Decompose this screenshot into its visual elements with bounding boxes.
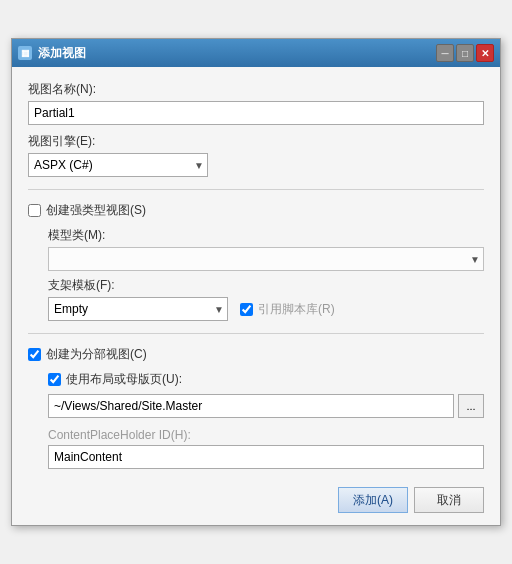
maximize-button[interactable]: □ (456, 44, 474, 62)
model-type-select-wrapper: ▼ (48, 247, 484, 271)
view-engine-field-group: 视图引擎(E): ASPX (C#) Razor ASPX (VB) ▼ (28, 133, 484, 177)
title-bar-left: ▦ 添加视图 (18, 45, 86, 62)
partial-view-section: 使用布局或母版页(U): ... ContentPlaceHolder ID(H… (28, 371, 484, 469)
dialog-content: 视图名称(N): 视图引擎(E): ASPX (C#) Razor ASPX (… (12, 67, 500, 479)
create-partial-row: 创建为分部视图(C) (28, 346, 484, 363)
content-placeholder-input[interactable] (48, 445, 484, 469)
view-engine-label: 视图引擎(E): (28, 133, 484, 150)
view-name-input[interactable] (28, 101, 484, 125)
cancel-button[interactable]: 取消 (414, 487, 484, 513)
create-partial-label[interactable]: 创建为分部视图(C) (46, 346, 147, 363)
model-type-label: 模型类(M): (48, 227, 484, 244)
dialog-icon: ▦ (18, 46, 32, 60)
divider-1 (28, 189, 484, 190)
layout-path-row: ... (48, 394, 484, 418)
content-placeholder-field-group: ContentPlaceHolder ID(H): (48, 428, 484, 469)
view-name-field-group: 视图名称(N): (28, 81, 484, 125)
reference-scripts-label[interactable]: 引用脚本库(R) (258, 301, 335, 318)
reference-scripts-checkbox[interactable] (240, 303, 253, 316)
use-layout-label[interactable]: 使用布局或母版页(U): (66, 371, 182, 388)
add-view-dialog: ▦ 添加视图 ─ □ ✕ 视图名称(N): 视图引擎(E): ASPX (C#)… (11, 38, 501, 526)
view-engine-select-wrapper: ASPX (C#) Razor ASPX (VB) ▼ (28, 153, 208, 177)
create-partial-checkbox[interactable] (28, 348, 41, 361)
title-bar[interactable]: ▦ 添加视图 ─ □ ✕ (12, 39, 500, 67)
create-typed-view-row: 创建强类型视图(S) (28, 202, 484, 219)
add-button[interactable]: 添加(A) (338, 487, 408, 513)
model-type-select[interactable] (48, 247, 484, 271)
browse-button[interactable]: ... (458, 394, 484, 418)
divider-2 (28, 333, 484, 334)
typed-view-section: 模型类(M): ▼ 支架模板(F): Empty Create (28, 227, 484, 321)
create-typed-checkbox[interactable] (28, 204, 41, 217)
view-name-label: 视图名称(N): (28, 81, 484, 98)
scaffold-template-label: 支架模板(F): (48, 277, 484, 294)
use-layout-checkbox[interactable] (48, 373, 61, 386)
view-engine-select[interactable]: ASPX (C#) Razor ASPX (VB) (28, 153, 208, 177)
bottom-bar: 添加(A) 取消 (12, 479, 500, 525)
create-typed-label[interactable]: 创建强类型视图(S) (46, 202, 146, 219)
close-button[interactable]: ✕ (476, 44, 494, 62)
content-placeholder-label: ContentPlaceHolder ID(H): (48, 428, 484, 442)
model-type-field-group: 模型类(M): ▼ (48, 227, 484, 271)
reference-scripts-row: 引用脚本库(R) (240, 301, 335, 318)
use-layout-row: 使用布局或母版页(U): (48, 371, 484, 388)
dialog-title: 添加视图 (38, 45, 86, 62)
scaffold-template-select-wrapper: Empty Create Delete Details Edit List ▼ (48, 297, 228, 321)
scaffold-template-select[interactable]: Empty Create Delete Details Edit List (48, 297, 228, 321)
layout-path-input[interactable] (48, 394, 454, 418)
minimize-button[interactable]: ─ (436, 44, 454, 62)
title-controls[interactable]: ─ □ ✕ (436, 44, 494, 62)
scaffold-template-field-group: 支架模板(F): Empty Create Delete Details Edi… (48, 277, 484, 321)
